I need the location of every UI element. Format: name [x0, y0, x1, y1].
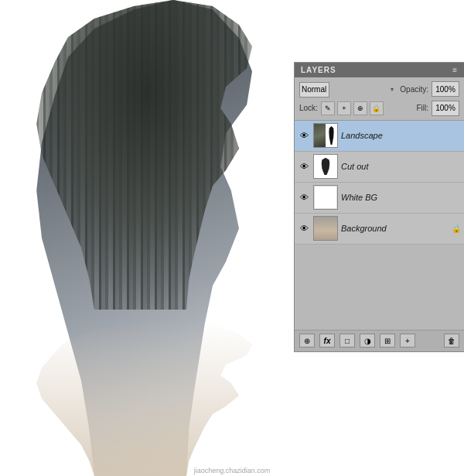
visibility-icon-landscape[interactable]: 👁: [298, 129, 310, 142]
visibility-icon-cutout[interactable]: 👁: [298, 160, 310, 173]
layers-panel: LAYERS ≡ Normal Opacity: 100% Lock: ✎ + …: [294, 62, 464, 352]
blend-opacity-row: Normal Opacity: 100%: [299, 81, 459, 98]
layer-item-landscape[interactable]: 👁 Landscape: [295, 121, 464, 152]
background-lock-icon: 🔒: [452, 224, 461, 233]
blend-mode-wrapper[interactable]: Normal: [299, 81, 397, 98]
layer-name-background: Background: [341, 224, 449, 233]
lock-all-icon[interactable]: 🔒: [370, 101, 384, 115]
layers-title: LAYERS: [301, 66, 336, 74]
layer-name-cutout: Cut out: [341, 162, 461, 171]
layer-item-cutout[interactable]: 👁 Cut out: [295, 152, 464, 183]
bottom-mist: [15, 321, 278, 476]
lock-fill-row: Lock: ✎ + ⊕ 🔒 Fill: 100%: [299, 101, 459, 116]
layer-item-background[interactable]: 👁 Background 🔒: [295, 214, 464, 245]
link-layers-btn[interactable]: ⊕: [299, 334, 315, 348]
thumb-cutout: [313, 154, 338, 179]
layer-name-whitebg: White BG: [341, 193, 461, 202]
watermark: jiaocheng.chazidian.com: [194, 467, 271, 474]
layers-list: 👁 Landscape 👁 Cut out: [295, 121, 464, 245]
lock-icons-group: ✎ + ⊕ 🔒: [321, 101, 384, 115]
layer-name-landscape: Landscape: [341, 131, 461, 140]
thumb-whitebg: [313, 185, 338, 210]
visibility-icon-background[interactable]: 👁: [298, 222, 310, 235]
delete-layer-btn[interactable]: 🗑: [444, 334, 459, 348]
thumb-landscape: [313, 123, 338, 148]
layer-item-whitebg[interactable]: 👁 White BG: [295, 183, 464, 214]
fx-btn[interactable]: fx: [319, 334, 335, 348]
layers-empty-area: [295, 245, 464, 330]
fill-value[interactable]: 100%: [432, 101, 459, 116]
add-mask-btn[interactable]: □: [339, 334, 355, 348]
layers-controls: Normal Opacity: 100% Lock: ✎ + ⊕ 🔒 Fill:…: [295, 77, 464, 121]
opacity-value[interactable]: 100%: [432, 81, 459, 97]
thumb-background: [313, 216, 338, 241]
panel-menu-icon[interactable]: ≡: [452, 66, 458, 74]
lock-move-icon[interactable]: +: [337, 101, 351, 115]
blend-mode-select[interactable]: Normal: [299, 82, 329, 98]
layers-panel-header: LAYERS ≡: [295, 63, 464, 77]
visibility-icon-whitebg[interactable]: 👁: [298, 191, 310, 204]
lock-artboard-icon[interactable]: ⊕: [353, 101, 367, 115]
opacity-label: Opacity:: [400, 85, 428, 94]
lock-label: Lock:: [299, 104, 318, 112]
new-group-btn[interactable]: ⊞: [380, 334, 395, 348]
lock-edit-icon[interactable]: ✎: [321, 101, 335, 115]
adjustment-btn[interactable]: ◑: [360, 334, 375, 348]
fill-label: Fill:: [416, 104, 428, 112]
layers-toolbar: ⊕ fx □ ◑ ⊞ + 🗑: [295, 330, 464, 351]
new-layer-btn[interactable]: +: [400, 334, 415, 348]
